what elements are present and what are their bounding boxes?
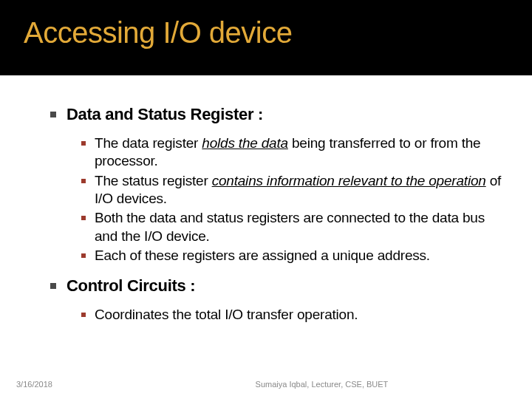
- list-item: The data register holds the data being t…: [95, 134, 502, 171]
- list-item: Both the data and status registers are c…: [95, 209, 502, 245]
- square-bullet-icon: [81, 141, 86, 146]
- list-item-styled: holds the data: [202, 135, 288, 151]
- list-item: The status register contains information…: [95, 172, 502, 208]
- square-bullet-icon: [50, 283, 56, 289]
- list-item-pre: The status register: [95, 173, 212, 188]
- list-item-pre: Both the data and status registers are c…: [95, 210, 485, 243]
- sub-list: Coordinates the total I/O transfer opera…: [66, 300, 502, 335]
- slide-title: Accessing I/O device: [24, 16, 508, 50]
- slide-header: Accessing I/O device: [0, 0, 532, 75]
- section-heading-text: Control Circuits :: [66, 276, 195, 295]
- footer-date: 3/16/2018: [16, 380, 52, 389]
- list-item-styled: contains information relevant to the ope…: [212, 173, 486, 188]
- square-bullet-icon: [81, 313, 86, 317]
- square-bullet-icon: [81, 216, 86, 220]
- list-item-pre: Each of these registers are assigned a u…: [95, 248, 430, 263]
- sub-list: The data register holds the data being t…: [66, 129, 502, 276]
- slide-content: Data and Status Register : The data regi…: [0, 75, 532, 336]
- section-heading: Data and Status Register :: [66, 105, 502, 124]
- footer-credit: Sumaiya Iqbal, Lecturer, CSE, BUET: [174, 380, 389, 389]
- square-bullet-icon: [81, 253, 86, 258]
- slide-footer: 3/16/2018 Sumaiya Iqbal, Lecturer, CSE, …: [0, 380, 532, 389]
- list-item: Each of these registers are assigned a u…: [95, 247, 502, 265]
- section-heading-text: Data and Status Register :: [66, 105, 263, 123]
- list-item-pre: Coordinates the total I/O transfer opera…: [95, 307, 358, 322]
- square-bullet-icon: [81, 179, 86, 183]
- list-item: Coordinates the total I/O transfer opera…: [95, 306, 502, 324]
- section-heading: Control Circuits :: [66, 276, 502, 296]
- list-item-pre: The data register: [95, 135, 202, 151]
- square-bullet-icon: [50, 112, 56, 117]
